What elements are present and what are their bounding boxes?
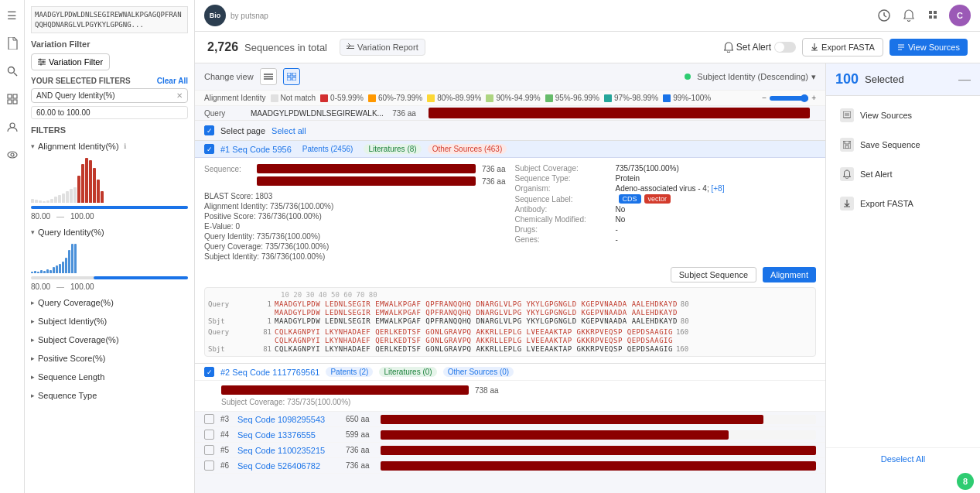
seq-2-subject-coverage: Subject Coverage: 735/735(100.00%) (221, 398, 816, 406)
alignment-query-row-1: Query 1 MAADGYLPDW LEDNLSEGIR EMWALKPGAF… (208, 300, 812, 308)
user-icon[interactable] (3, 118, 22, 136)
view-sources-button[interactable]: View Sources (890, 39, 968, 56)
subject-identity-label: Subject Identiy(%) (38, 317, 107, 326)
query-coverage: Query Coverage: 735/736(100.00%) (204, 242, 506, 251)
filter-group-subject-identity: ▸ Subject Identiy(%) (31, 314, 188, 328)
seq-row-6[interactable]: #6 Seq Code 526406782 736 aa (195, 458, 825, 474)
svg-rect-31 (843, 111, 851, 118)
legend-97-98: 97%-98.99% (604, 94, 658, 102)
seq-1-expanded-content: Sequence: 736 aa 736 aa BLAST Score: 180 (195, 158, 825, 364)
filter-group-alignment-identity: ▾ Alignment Identity(%) ℹ (31, 139, 188, 221)
set-alert-action[interactable]: Set Alert (832, 161, 974, 187)
filter-group-header-query-coverage[interactable]: ▸ Query Coverage(%) (31, 296, 188, 310)
eye-icon[interactable] (3, 146, 22, 164)
select-page-label[interactable]: Select page (220, 126, 265, 135)
export-fasta-button[interactable]: Export FASTA (802, 38, 883, 56)
legend-90-94: 90%-94.99% (486, 94, 540, 102)
collapse-selected-icon[interactable]: — (958, 73, 971, 87)
deselect-all-button[interactable]: Deselect All (826, 447, 980, 470)
seq-1-patents-badge[interactable]: Patents (2456) (298, 144, 358, 154)
selected-actions: View Sources Save Sequence Set Alert (826, 96, 980, 223)
e-value: E-Value: 0 (204, 222, 506, 231)
bell-icon[interactable] (900, 6, 918, 25)
query-identity-histogram (31, 242, 188, 273)
filter-group-header-subject-identity[interactable]: ▸ Subject Identiy(%) (31, 314, 188, 328)
subject-sequence-button[interactable]: Subject Sequence (671, 267, 756, 282)
svg-rect-23 (347, 48, 354, 49)
apps-icon[interactable] (924, 6, 943, 25)
legend-not-match: Not match (271, 94, 316, 102)
select-bar: ✓ Select page Select all (195, 121, 825, 141)
chevron-subject-coverage: ▸ (31, 336, 35, 344)
seq-4-checkbox[interactable] (204, 430, 214, 440)
chevron-seq-length: ▸ (31, 373, 35, 381)
seq-3-checkbox[interactable] (204, 414, 214, 424)
seq-2-checkbox[interactable]: ✓ (204, 367, 214, 377)
seq-2-patents-badge[interactable]: Patents (2) (326, 367, 373, 377)
seq-2-literatures-badge[interactable]: Literatures (0) (379, 367, 436, 377)
query-range-max: 100.00 (70, 282, 94, 291)
list-view-button[interactable] (260, 68, 277, 85)
alignment-sbj-row-2: Sbjt 81 CQLKAGNPYI LKYNHADAEF QERLKEDTSF… (208, 345, 812, 353)
svg-point-14 (40, 63, 43, 66)
variation-filter-button[interactable]: Variation Filter (31, 53, 110, 70)
filter-chevron-down: ▾ (31, 142, 35, 150)
filter-group-header-subject-coverage[interactable]: ▸ Subject Coverage(%) (31, 333, 188, 347)
seq-row-1-header[interactable]: ✓ #1 Seq Code 5956 Patents (2456) Litera… (195, 141, 825, 158)
set-alert-label: Set Alert (736, 42, 771, 53)
search-icon[interactable] (3, 62, 22, 80)
seq-1-other-sources-badge[interactable]: Other Sources (463) (428, 144, 507, 154)
results-label: Sequences in total (244, 42, 327, 53)
seq-row-2[interactable]: ✓ #2 Seq Code 1117769561 Patents (2) Lit… (195, 364, 825, 381)
seq-row-4[interactable]: #4 Seq Code 13376555 599 aa (195, 427, 825, 443)
variation-report-badge[interactable]: Variation Report (340, 39, 425, 56)
scale-plus[interactable]: + (811, 94, 816, 102)
set-alert-action-label: Set Alert (860, 169, 893, 179)
clock-icon[interactable] (875, 6, 893, 25)
table-view-button[interactable] (283, 68, 300, 85)
grid-icon[interactable] (3, 90, 22, 108)
seq-5-checkbox[interactable] (204, 445, 214, 455)
seq-1-checkbox[interactable]: ✓ (204, 144, 214, 154)
selected-header: 100 Selected — (826, 63, 980, 96)
alignment-range-slider[interactable] (31, 206, 188, 209)
positive-score: Positive Score: 736/736(100.00%) (204, 212, 506, 221)
alignment-button[interactable]: Alignment (763, 267, 816, 282)
filter-tag-close[interactable]: ✕ (176, 91, 183, 100)
svg-rect-4 (8, 100, 12, 104)
scale-minus[interactable]: − (762, 94, 767, 102)
query-range-slider[interactable] (31, 276, 188, 279)
set-alert-toggle[interactable] (774, 42, 796, 53)
alignment-range-values: 80.00 — 100.00 (31, 212, 188, 221)
seq-6-checkbox[interactable] (204, 460, 214, 471)
filter-group-header-seq-length[interactable]: ▸ Sequence Length (31, 370, 188, 384)
view-sources-action[interactable]: View Sources (832, 102, 974, 128)
positive-score-label: Positive Score(%) (38, 354, 105, 363)
filter-tag-query-identity[interactable]: AND Query Identity(%) ✕ (31, 88, 188, 103)
svg-rect-19 (934, 11, 937, 14)
user-avatar[interactable]: C (949, 5, 971, 26)
chevron-seq-type: ▸ (31, 392, 35, 399)
seq-2-other-sources-badge[interactable]: Other Sources (0) (443, 367, 514, 377)
sort-dropdown[interactable]: Subject Identity (Descending) ▾ (685, 72, 816, 82)
select-page-checkbox[interactable]: ✓ (204, 125, 214, 135)
menu-icon[interactable]: ☰ (3, 6, 22, 25)
seq-row-5[interactable]: #5 Seq Code 1100235215 736 aa (195, 443, 825, 458)
select-all-link[interactable]: Select all (271, 126, 306, 135)
filter-chevron-query: ▾ (31, 228, 35, 236)
filter-group-header-positive-score[interactable]: ▸ Positive Score(%) (31, 351, 188, 365)
legend-title: Alignment Identity (204, 94, 266, 102)
clear-all-button[interactable]: Clear All (157, 77, 188, 85)
filter-group-label: Alignment Identity(%) (38, 142, 119, 151)
save-sequence-action-icon (840, 138, 854, 152)
filter-group-header-query[interactable]: ▾ Query Identity(%) (31, 225, 188, 239)
filter-group-header-alignment[interactable]: ▾ Alignment Identity(%) ℹ (31, 139, 188, 153)
save-sequence-action[interactable]: Save Sequence (832, 132, 974, 158)
file-icon[interactable] (3, 34, 22, 53)
seq-1-literatures-badge[interactable]: Literatures (8) (364, 144, 421, 154)
export-fasta-action[interactable]: Export FASTA (832, 190, 974, 217)
filter-group-header-seq-type[interactable]: ▸ Sequence Type (31, 389, 188, 402)
seq-row-3[interactable]: #3 Seq Code 1098295543 650 aa (195, 412, 825, 427)
query-label: Query (204, 109, 251, 118)
selected-label: Selected (865, 74, 952, 85)
